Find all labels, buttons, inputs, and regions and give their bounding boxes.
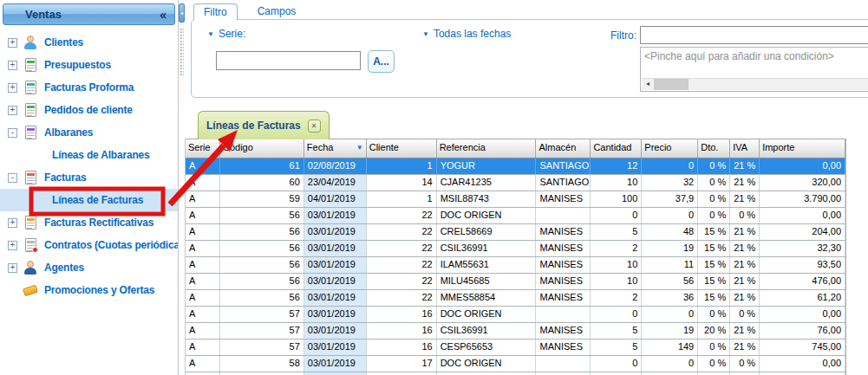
column-header-label: IVA: [733, 142, 747, 152]
filtro-input[interactable]: [640, 26, 868, 44]
filter-panel: ▼ Serie: A... ▼ Todas las fechas Filtro:…: [191, 19, 868, 98]
column-header[interactable]: Importe: [760, 139, 845, 158]
expand-toggle[interactable]: -: [8, 128, 17, 138]
table-cell: 58: [220, 356, 304, 372]
column-header[interactable]: Cantidad: [591, 139, 642, 158]
splitter-grip[interactable]: [179, 28, 184, 76]
table-cell: A: [186, 323, 220, 339]
column-header[interactable]: Fecha▼: [304, 139, 367, 158]
table-cell: [536, 356, 591, 372]
condition-scrollbar[interactable]: ◂: [642, 78, 868, 90]
expand-toggle[interactable]: +: [8, 61, 17, 70]
sidebar-item[interactable]: +Clientes: [0, 31, 178, 54]
table-body: A6102/08/20191YOGURSANTIAGO1200 %21 %0,0…: [186, 158, 845, 375]
table-cell: ILAM55631: [437, 257, 537, 273]
sidebar-item[interactable]: -Facturas: [0, 166, 178, 189]
table-cell: 1: [367, 191, 437, 207]
table-cell: 5: [591, 323, 642, 339]
table-cell: 22: [367, 208, 437, 223]
table-cell: 21 %: [730, 257, 760, 273]
table-cell: 22: [367, 257, 437, 273]
table-row[interactable]: A5703/01/201916CSIL36991MANISES51920 %21…: [186, 323, 845, 339]
table-cell: 22: [367, 290, 437, 306]
serie-browse-button[interactable]: A...: [368, 50, 395, 73]
table-row[interactable]: A5603/01/201922ILAM55631MANISES101115 %2…: [186, 257, 845, 274]
table-row[interactable]: A5703/01/201916CESP65653MANISES51490 %21…: [186, 339, 845, 356]
sidebar-item[interactable]: +Facturas Proforma: [0, 76, 178, 99]
table-row[interactable]: A6023/04/201914CJAR41235SANTIAGO10320 %2…: [186, 175, 845, 191]
column-header[interactable]: Código: [220, 139, 304, 158]
table-cell: 48: [642, 224, 698, 240]
sidebar-item[interactable]: -Albaranes: [0, 121, 178, 144]
serie-dropdown[interactable]: ▼ Serie:: [207, 28, 245, 40]
expand-toggle[interactable]: +: [8, 263, 17, 273]
table-row[interactable]: A5603/01/201922CSIL36991MANISES21915 %21…: [186, 241, 845, 257]
column-header[interactable]: Cliente: [367, 139, 437, 158]
table-cell: 204,00: [760, 224, 845, 240]
column-header[interactable]: Almacén: [536, 139, 591, 158]
sidebar-item[interactable]: Promociones y Ofertas: [0, 279, 178, 301]
panel-splitter[interactable]: ◂: [179, 0, 185, 108]
condition-hint[interactable]: <Pinche aquí para añadir una condición>: [644, 50, 834, 62]
table-cell: A: [186, 191, 220, 207]
sidebar-header: Ventas «: [3, 3, 175, 25]
table-row[interactable]: A5703/01/201916DOC ORIGEN000 %0 %0,00: [186, 307, 845, 323]
expand-toggle[interactable]: +: [8, 83, 17, 93]
table-cell: A: [186, 356, 220, 372]
table-cell: 17: [367, 356, 437, 372]
table-row[interactable]: A5803/01/201917DOC ORIGEN000 %0 %0,00: [186, 356, 845, 372]
close-tab-icon[interactable]: ✕: [308, 120, 321, 133]
table-cell: 0: [642, 158, 698, 174]
table-row[interactable]: A5603/01/201922MILU45685MANISES105615 %2…: [186, 274, 845, 290]
column-header[interactable]: Serie: [186, 139, 220, 158]
table-cell: 0: [591, 307, 642, 322]
table-cell: 21 %: [730, 158, 760, 174]
collapse-sidebar-button[interactable]: «: [160, 8, 174, 22]
table-cell: 22: [367, 241, 437, 256]
table-row[interactable]: A6102/08/20191YOGURSANTIAGO1200 %21 %0,0…: [186, 158, 845, 175]
table-cell: 22: [367, 274, 437, 289]
sidebar-tree: +Clientes+Presupuestos+Facturas Proforma…: [0, 31, 178, 301]
table-cell: CSIL36991: [437, 323, 537, 339]
expand-toggle[interactable]: +: [8, 241, 17, 250]
table-cell: 03/01/2019: [304, 339, 367, 355]
table-row[interactable]: A5603/01/201922CREL58669MANISES54815 %21…: [186, 224, 845, 241]
sidebar-item[interactable]: +Agentes: [0, 256, 178, 279]
expand-toggle[interactable]: +: [8, 106, 17, 115]
table-cell: 60: [220, 175, 304, 191]
sidebar-item-label: Líneas de Albaranes: [52, 149, 149, 161]
condition-box[interactable]: <Pinche aquí para añadir una condición> …: [640, 47, 868, 92]
table-cell: [536, 307, 591, 322]
column-header[interactable]: Precio: [642, 139, 698, 158]
sidebar-item[interactable]: +Contratos (Cuotas periódicas): [0, 234, 178, 256]
sidebar-item[interactable]: +Pedidos de cliente: [0, 99, 178, 121]
sidebar-item[interactable]: Líneas de Albaranes: [0, 144, 178, 166]
table-cell: 0 %: [730, 356, 760, 372]
table-cell: 04/01/2019: [304, 191, 367, 207]
expand-toggle[interactable]: +: [8, 38, 17, 48]
table-cell: 21 %: [730, 323, 760, 339]
splitter-collapse-icon[interactable]: ◂: [179, 3, 185, 23]
column-header[interactable]: IVA: [730, 139, 760, 158]
dates-dropdown[interactable]: ▼ Todas las fechas: [422, 28, 511, 40]
expand-toggle[interactable]: -: [8, 173, 17, 183]
tab-campos[interactable]: Campos: [248, 3, 306, 20]
column-header[interactable]: Dto.: [698, 139, 730, 158]
table-cell: 37,9: [642, 191, 698, 207]
table-row[interactable]: A5603/01/201922DOC ORIGEN000 %0 %0,00: [186, 208, 845, 224]
tab-lineas-de-facturas[interactable]: Líneas de Facturas ✕: [198, 111, 330, 139]
expand-toggle[interactable]: +: [8, 218, 17, 228]
sidebar-item[interactable]: Líneas de Facturas: [0, 189, 178, 211]
sidebar-item[interactable]: +Facturas Rectificativas: [0, 211, 178, 234]
table-row[interactable]: A5603/01/201922MMES58854MANISES23615 %21…: [186, 290, 845, 307]
column-header-label: Cantidad: [593, 142, 631, 152]
sidebar-item-label: Presupuestos: [44, 59, 111, 71]
column-header[interactable]: Referencia: [437, 139, 537, 158]
scroll-left-icon[interactable]: ◂: [642, 79, 654, 90]
serie-input[interactable]: [216, 51, 361, 70]
sidebar-item[interactable]: +Presupuestos: [0, 54, 178, 76]
tab-filtro[interactable]: Filtro: [193, 3, 238, 20]
scrollbar-thumb[interactable]: [654, 79, 689, 90]
table-row[interactable]: A5904/01/20191MSIL88743MANISES10037,90 %…: [186, 191, 845, 208]
table-cell: 0: [642, 356, 698, 372]
